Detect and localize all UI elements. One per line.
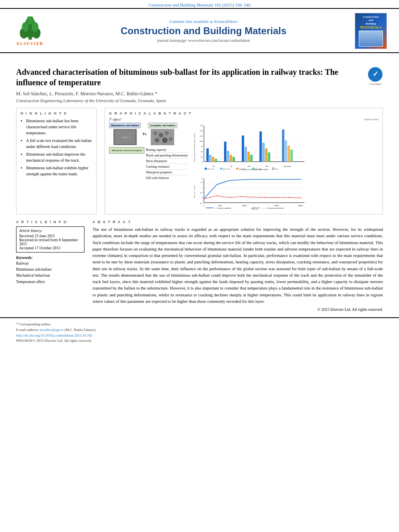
svg-text:×: ×: [216, 195, 217, 197]
svg-text:10000: 10000: [242, 205, 247, 207]
highlights-heading: H I G H L I G H T S: [21, 111, 92, 115]
authors: M. Sol-Sánchez, L. Pirozzolo, F. Moreno-…: [16, 91, 383, 97]
email-person: (M.C. Rubio-Gámez).: [64, 328, 96, 332]
svg-rect-48: [250, 155, 253, 162]
svg-rect-50: [262, 143, 265, 162]
svg-rect-43: [230, 155, 232, 162]
svg-text:75: 75: [201, 146, 203, 148]
highlights-list: Bituminous sub-ballast has been characte…: [21, 118, 92, 177]
svg-point-19: [169, 137, 173, 141]
svg-text:125: 125: [200, 135, 203, 137]
svg-text:1000: 1000: [218, 205, 222, 207]
history-title: Article history:: [19, 229, 81, 233]
journal-top-bar: Construction and Building Materials 101 …: [0, 0, 399, 9]
svg-text:×: ×: [276, 196, 278, 199]
svg-rect-46: [245, 147, 247, 162]
advanced-char-box: Advanced characterisation: [109, 147, 144, 154]
line-chart: -0.5 0 0.5 1 1.5 2: [193, 177, 305, 211]
list-item: Waterproof properties: [146, 170, 188, 175]
svg-text:2: 2: [202, 178, 203, 180]
list-item: Cracking resistance: [146, 164, 188, 170]
svg-text:0: 0: [202, 197, 203, 199]
granular-image: [151, 129, 174, 145]
charts-right: Some results Stress under sub-ballast la…: [193, 118, 378, 211]
info-abstract-section: A R T I C L E I N F O Article history: R…: [16, 220, 383, 312]
journal-title-center: Contents lists available at ScienceDirec…: [52, 19, 355, 43]
doi-link[interactable]: http://dx.doi.org/10.1016/j.conbuildmat.…: [16, 333, 93, 337]
svg-rect-38: [209, 155, 212, 162]
accepted-date: Accepted 17 October 2015: [19, 246, 81, 250]
top-citation: Construction and Building Materials 101 …: [148, 2, 251, 7]
svg-text:30000: 30000: [274, 205, 279, 207]
svg-rect-54: [285, 140, 287, 162]
contents-available: Contents lists available at ScienceDirec…: [52, 19, 355, 24]
bituminous-image: material: [113, 129, 137, 145]
svg-rect-67: [236, 168, 238, 170]
svg-rect-37: [206, 148, 209, 162]
svg-text:×: ×: [252, 196, 253, 198]
keywords-section: Keywords: Railway Bituminous sub-ballast…: [16, 256, 84, 285]
keyword: Mechanical behaviour: [16, 273, 84, 279]
revised-date: Received in revised form 8 September 201…: [19, 238, 81, 246]
crossmark-icon: ✓: [368, 67, 383, 82]
svg-rect-71: [272, 168, 274, 170]
keyword: Bituminous sub-ballast: [16, 267, 84, 273]
svg-point-6: [31, 22, 38, 31]
svg-text:0: 0: [204, 205, 205, 207]
svg-text:1: 1: [202, 187, 203, 189]
cover-title-line3: Building: [366, 22, 376, 25]
email-link[interactable]: mcrubio@ugr.es: [39, 328, 64, 332]
svg-text:B.S. 15°C: B.S. 15°C: [223, 168, 230, 170]
page: Construction and Building Materials 101 …: [0, 0, 399, 532]
bituminous-label: Bituminous sub-ballast: [109, 123, 141, 128]
svg-text:B.S. 40°C: B.S. 40°C: [255, 168, 262, 170]
list-item: Plastic and punching deformations: [146, 153, 188, 158]
svg-text:150: 150: [265, 165, 268, 167]
svg-text:0: 0: [202, 161, 203, 163]
svg-text:-0.5: -0.5: [200, 202, 203, 204]
copyright-line: © 2015 Elsevier Ltd. All rights reserved…: [93, 307, 383, 312]
crossmark-label: CrossMark: [369, 82, 381, 86]
diagram-left: T° effect? Bituminous sub-ballast materi…: [109, 118, 189, 211]
svg-text:— Granular subballast: — Granular subballast: [214, 207, 231, 209]
vs-label: Vs: [142, 132, 146, 136]
svg-text:40000: 40000: [298, 205, 303, 207]
list-item: Bituminous sub-ballast exhibits higher s…: [26, 165, 92, 177]
graphical-abstract-heading: G R A P H I C A L A B S T R A C T: [109, 111, 378, 115]
svg-rect-39: [212, 157, 214, 162]
svg-rect-52: [268, 152, 270, 162]
svg-text:100: 100: [247, 165, 251, 167]
email-label: E-mail address:: [16, 328, 39, 332]
svg-text:1.5: 1.5: [200, 181, 203, 183]
keywords-title: Keywords:: [16, 256, 84, 260]
svg-text:Flow (10⁻³ m²/s): Flow (10⁻³ m²/s): [193, 185, 195, 198]
list-item: Stress dissipation: [146, 158, 188, 164]
svg-text:50: 50: [201, 151, 203, 153]
list-item: Bearing capacity: [146, 147, 188, 153]
svg-text:25: 25: [201, 156, 203, 158]
affiliation: Construction Engineering Laboratory of t…: [16, 98, 383, 103]
svg-text:175: 175: [200, 125, 203, 127]
svg-point-17: [155, 138, 160, 143]
svg-text:B.S. 25°C: B.S. 25°C: [239, 168, 246, 170]
svg-rect-51: [265, 148, 267, 162]
svg-rect-41: [224, 142, 226, 162]
svg-rect-53: [282, 129, 284, 162]
svg-rect-63: [205, 168, 207, 170]
svg-text:×: ×: [264, 196, 265, 199]
history-box: Article history: Received 23 June 2015 R…: [16, 226, 84, 253]
keywords-list: Railway Bituminous sub-ballast Mechanica…: [16, 261, 84, 285]
doi-link-container: http://dx.doi.org/10.1016/j.conbuildmat.…: [16, 333, 383, 337]
graphical-abstract-content: T° effect? Bituminous sub-ballast materi…: [109, 118, 378, 211]
article-title-section: Advanced characterisation of bituminous …: [16, 67, 383, 88]
list-item: A full scale test evaluated the sub-ball…: [26, 138, 92, 150]
svg-rect-45: [242, 136, 244, 162]
some-results-label: Some results: [193, 118, 378, 121]
abstract-text: The use of bituminous sub-ballast in rai…: [93, 226, 383, 305]
svg-text:50: 50: [230, 165, 233, 167]
svg-text:100: 100: [200, 140, 203, 142]
journal-cover-image: Construction and Building MATERIALS: [355, 13, 387, 49]
article-content: Advanced characterisation of bituminous …: [0, 53, 399, 312]
cover-title-line1: Construction: [363, 15, 378, 18]
svg-text:✓: ✓: [372, 70, 378, 78]
